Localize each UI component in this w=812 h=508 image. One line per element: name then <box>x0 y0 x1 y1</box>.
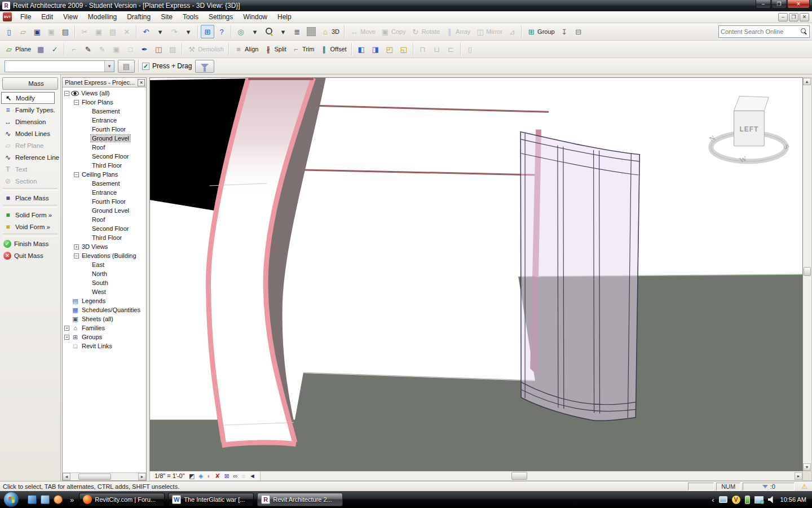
tree-expander[interactable]: − <box>74 100 79 105</box>
content-search-input[interactable] <box>721 28 800 35</box>
model-graphics-style-button[interactable]: ◈ <box>198 473 203 479</box>
new-button[interactable]: ▯ <box>2 25 16 38</box>
tree-expander[interactable]: − <box>64 91 69 96</box>
scroll-up-icon[interactable]: ▲ <box>803 78 811 85</box>
tree-floor-basement[interactable]: Basement <box>63 107 146 116</box>
menu-tools[interactable]: Tools <box>178 12 204 22</box>
tree-ceiling-ground[interactable]: Ground Level <box>63 206 146 215</box>
tree-ceiling-roof[interactable]: Roof <box>63 215 146 224</box>
reference-line-tool[interactable]: ∿ Reference Line <box>0 151 60 163</box>
tape-measure-button[interactable]: ⌐ <box>67 42 81 56</box>
volume-icon[interactable] <box>768 496 776 503</box>
linework-button[interactable]: ✎ <box>95 42 109 56</box>
media-player-icon[interactable] <box>54 495 63 504</box>
scrollbar-thumb[interactable] <box>804 267 811 276</box>
family-types-tool[interactable]: ≡ Family Types. <box>0 104 60 116</box>
tree-elevations[interactable]: − Elevations (Building <box>63 251 146 260</box>
battery-icon[interactable] <box>745 496 750 504</box>
tree-floor-plans[interactable]: − Floor Plans <box>63 98 146 107</box>
offset-button[interactable]: ∥ Offset <box>317 42 348 56</box>
move-button[interactable]: ↔ Move <box>347 25 378 38</box>
toolbar-button[interactable] <box>136 25 137 38</box>
split-face-button[interactable]: □ <box>123 42 137 56</box>
menu-settings[interactable]: Settings <box>204 12 238 22</box>
minimize-button[interactable]: – <box>756 0 771 8</box>
attach-wall-button[interactable]: ◰ <box>383 42 396 56</box>
menu-help[interactable]: Help <box>272 12 297 22</box>
save-to-central-button[interactable]: ▣ <box>45 25 58 38</box>
display-settings-icon[interactable] <box>719 496 727 503</box>
tree-expander[interactable]: + <box>64 326 69 331</box>
tree-expander[interactable]: + <box>74 244 79 249</box>
3d-view-canvas[interactable]: N W S LEFT <box>149 77 803 471</box>
toolbar-button[interactable] <box>182 43 183 55</box>
task-interglatic-doc[interactable]: W The InterGlatic war [... <box>168 493 254 506</box>
default-3d-view-button[interactable]: ⌂ 3D <box>319 25 342 38</box>
tree-legends[interactable]: ▤ Legends <box>63 296 146 305</box>
group-button[interactable]: ⊞ Group <box>524 25 557 38</box>
browser-horizontal-scrollbar[interactable]: ◄ ► <box>63 472 146 480</box>
tree-groups[interactable]: + ⊞ Groups <box>63 332 146 341</box>
tree-floor-entrance[interactable]: Entrance <box>63 116 146 125</box>
tree-floor-ground[interactable]: Ground Level <box>63 134 146 143</box>
demolish-button[interactable]: ⚒ Demolish <box>185 42 226 56</box>
press-drag-checkbox[interactable]: ✓ <box>142 63 149 70</box>
menu-view[interactable]: View <box>58 12 83 22</box>
menu-window[interactable]: Window <box>238 12 272 22</box>
menu-drafting[interactable]: Drafting <box>122 12 156 22</box>
view-scale-label[interactable]: 1/8" = 1'-0" <box>155 472 185 479</box>
shadows-button[interactable]: ◐ <box>208 473 211 479</box>
network-icon[interactable] <box>754 496 764 503</box>
tree-floor-second[interactable]: Second Floor <box>63 152 146 161</box>
tree-elev-west[interactable]: West <box>63 287 146 296</box>
menu-site[interactable]: Site <box>156 12 178 22</box>
void-form-tool[interactable]: ■ Void Form » <box>0 221 60 233</box>
toolbar-button[interactable] <box>64 43 65 55</box>
selection-filter-button[interactable] <box>195 60 214 73</box>
paint-button[interactable]: ▣ <box>109 42 123 56</box>
modify-tool[interactable]: ↖ Modify <box>1 92 55 104</box>
paste-button[interactable]: ▤ <box>106 25 120 38</box>
task-revitcity[interactable]: RevitCity.com | Foru... <box>79 493 165 506</box>
collapse-bar-button[interactable]: ◄ <box>249 473 255 479</box>
reveal-hidden-button[interactable]: ○ <box>241 473 245 479</box>
section-tool[interactable]: ⊘ Section <box>0 175 60 187</box>
pin-button[interactable]: ↧ <box>558 25 571 38</box>
quit-mass-button[interactable]: ✕ Quit Mass <box>0 249 60 261</box>
mirror-button[interactable]: ◫ Mirror <box>473 25 505 38</box>
toolbar-button[interactable] <box>197 25 198 38</box>
close-button[interactable]: ✕ <box>787 0 810 8</box>
ref-plane-tool[interactable]: ▱ Ref Plane <box>0 139 60 151</box>
open-button[interactable]: ▱ <box>16 25 30 38</box>
type-selector[interactable]: ▼ <box>5 60 114 72</box>
chevron-down-icon[interactable]: ▼ <box>104 61 114 72</box>
undo-button[interactable]: ↶ <box>139 25 153 38</box>
tree-elev-north[interactable]: North <box>63 269 146 278</box>
view-vertical-scrollbar[interactable]: ▲ ▼ <box>803 77 812 471</box>
unjoin-roof-button[interactable]: ◨ <box>369 42 382 56</box>
tree-expander[interactable]: − <box>74 172 79 177</box>
tree-sheets[interactable]: ▣ Sheets (all) <box>63 314 146 323</box>
redo-button[interactable]: ↷ <box>167 25 181 38</box>
menu-modelling[interactable]: Modelling <box>83 12 122 22</box>
temporary-hide-isolate-button[interactable]: ∞ <box>233 473 238 479</box>
toolbar-button[interactable] <box>231 25 232 38</box>
element-properties-button[interactable]: ▤ <box>118 60 135 73</box>
tree-expander[interactable]: − <box>74 253 79 259</box>
save-button[interactable]: ▣ <box>30 25 44 38</box>
copy-tool-button[interactable]: ▣ Copy <box>378 25 408 38</box>
scroll-right-icon[interactable]: ► <box>138 473 146 480</box>
scroll-right-icon[interactable]: ► <box>795 472 802 480</box>
tree-ceiling-fourth[interactable]: Fourth Floor <box>63 197 146 206</box>
tree-ceiling-third[interactable]: Third Floor <box>63 233 146 242</box>
start-button[interactable] <box>0 491 23 508</box>
toolbar-button[interactable] <box>460 43 461 55</box>
trim-button[interactable]: ⌐ Trim <box>289 42 317 56</box>
tree-views[interactable]: − Views (all) <box>63 89 146 98</box>
steering-wheel-dropdown[interactable]: ▾ <box>248 25 262 38</box>
view-horizontal-scrollbar[interactable]: ► <box>261 471 802 480</box>
show-desktop-icon[interactable] <box>28 495 37 504</box>
opening-button[interactable]: ◫ <box>152 42 165 56</box>
model-lines-tool[interactable]: ∿ Model Lines <box>0 128 60 139</box>
thin-lines-button[interactable]: ≣ <box>290 25 304 38</box>
